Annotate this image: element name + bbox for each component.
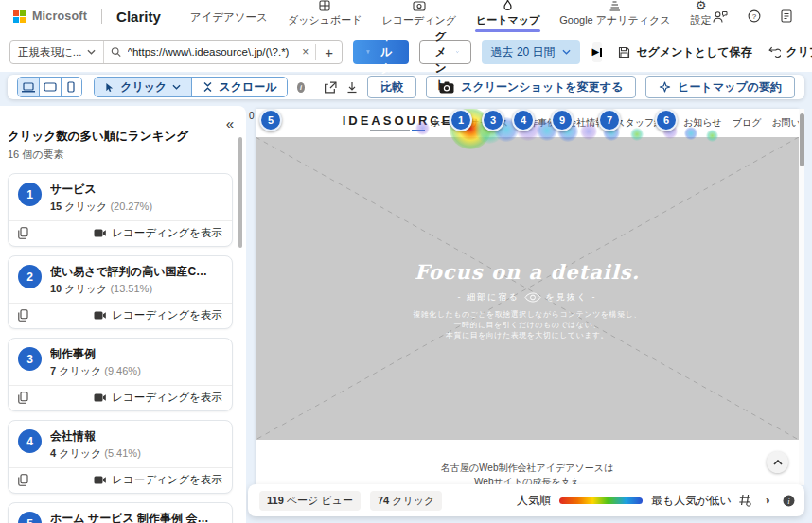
click-rank-badge[interactable]: 1 bbox=[450, 109, 472, 131]
save-icon bbox=[618, 46, 630, 59]
click-rank-badge[interactable]: 7 bbox=[598, 109, 621, 131]
analytics-icon bbox=[609, 0, 621, 11]
card-head: 1サービス15 クリック (20.27%) bbox=[18, 182, 222, 214]
tab-label: ダッシュボード bbox=[288, 13, 362, 27]
ranking-card-list: 1サービス15 クリック (20.27%)レコーディングを表示2使い易さで評判の… bbox=[0, 173, 233, 523]
opacity-toggle-icon[interactable]: ◑ bbox=[764, 495, 770, 506]
click-rank-badge[interactable]: 3 bbox=[482, 109, 504, 131]
click-count: 15 クリック (20.27%) bbox=[50, 200, 152, 214]
click-rank-badge[interactable]: 9 bbox=[551, 109, 574, 131]
copy-icon bbox=[18, 309, 28, 322]
tab-label: レコーディング bbox=[381, 13, 456, 27]
element-label: 制作事例 bbox=[50, 346, 141, 362]
site-footer-text: 名古屋のWeb制作会社アイデアソースは bbox=[256, 462, 799, 475]
card-text: ホーム サービス 制作事例 会社情...4 クリック (5.41%) bbox=[50, 511, 209, 523]
tab-google-analytics[interactable]: Google アナリティクス bbox=[558, 0, 671, 32]
add-filter-button[interactable]: + bbox=[316, 44, 342, 61]
gear-icon: ⚙ bbox=[696, 0, 707, 11]
legend-info-icon[interactable]: i bbox=[783, 495, 795, 507]
url-value: ^https://www\.ideasource\.jp/(\?.*)?$ bbox=[128, 46, 290, 58]
view-recordings-link[interactable]: レコーディングを表示 bbox=[94, 308, 222, 323]
desktop-icon bbox=[21, 82, 36, 93]
copy-selector-button[interactable] bbox=[18, 474, 28, 486]
view-recordings-link[interactable]: レコーディングを表示 bbox=[94, 226, 222, 240]
ranking-card[interactable]: 2使い易さで評判の高い国産CMS「...10 クリック (13.51%)レコーデ… bbox=[8, 255, 233, 329]
hero-title: Focus on a details. bbox=[256, 260, 799, 284]
download-icon[interactable] bbox=[346, 81, 358, 94]
click-rank-badge[interactable]: 4 bbox=[512, 109, 535, 131]
device-mobile-button[interactable] bbox=[61, 78, 82, 96]
site-nav-item[interactable]: お知らせ bbox=[683, 116, 722, 130]
copy-selector-button[interactable] bbox=[18, 392, 28, 404]
clear-filters-label: クリア bbox=[786, 44, 812, 61]
match-type-value: 正規表現に... bbox=[18, 45, 81, 60]
segment-button[interactable]: セグメント bbox=[419, 40, 470, 64]
tab-dashboard[interactable]: ダッシュボード bbox=[287, 0, 363, 32]
release-notes-icon[interactable] bbox=[781, 9, 792, 23]
svg-text:?: ? bbox=[751, 12, 756, 21]
card-text: 会社情報4 クリック (5.41%) bbox=[50, 428, 141, 461]
tab-heatmaps[interactable]: ヒートマップ bbox=[475, 0, 540, 32]
element-label: 使い易さで評判の高い国産CMS「... bbox=[50, 264, 209, 280]
clicks-badge: 74 クリック bbox=[370, 491, 442, 511]
mode-scroll-tab[interactable]: スクロール bbox=[191, 78, 287, 96]
share-icon[interactable] bbox=[324, 81, 337, 94]
url-search-input[interactable]: ^https://www\.ideasource\.jp/(\?.*)?$ bbox=[104, 46, 295, 58]
click-count: 10 クリック (13.51%) bbox=[50, 282, 209, 296]
copy-icon bbox=[18, 474, 28, 486]
help-icon[interactable]: ? bbox=[748, 9, 761, 23]
rank-badge: 1 bbox=[18, 183, 42, 206]
card-footer: レコーディングを表示 bbox=[18, 304, 222, 324]
mode-click-tab[interactable]: クリック bbox=[95, 78, 191, 96]
copy-selector-button[interactable] bbox=[18, 227, 28, 239]
click-rank-badge[interactable]: 6 bbox=[655, 109, 678, 131]
device-tablet-button[interactable] bbox=[39, 78, 61, 96]
heatmap-canvas: 0 IDEASOURCE ホームサービス制作事例会社情報スタッフ紹介お知らせブロ… bbox=[248, 106, 812, 523]
ranking-title: クリック数の多い順にランキング bbox=[8, 129, 233, 145]
sidebar-scrollbar[interactable] bbox=[238, 137, 242, 248]
tab-recordings[interactable]: レコーディング bbox=[380, 0, 457, 32]
copy-selector-button[interactable] bbox=[18, 309, 28, 322]
collapse-panel-icon[interactable]: « bbox=[226, 115, 234, 131]
match-type-select[interactable]: 正規表現に... bbox=[10, 41, 104, 63]
mode-click-label: クリック bbox=[120, 79, 167, 96]
ranking-card[interactable]: 3制作事例7 クリック (9.46%)レコーディングを表示 bbox=[8, 338, 233, 411]
scrollbar-thumb[interactable] bbox=[800, 113, 804, 166]
feedback-icon[interactable] bbox=[713, 10, 728, 23]
click-count-toggle-icon[interactable] bbox=[738, 494, 751, 507]
play-button[interactable]: ▶ bbox=[592, 42, 603, 62]
legend-high-label: 人気順 bbox=[517, 493, 551, 509]
filter-button[interactable]: フィルター bbox=[353, 40, 409, 64]
play-icon: ▶ bbox=[592, 47, 600, 57]
change-screenshot-button[interactable]: スクリーンショットを変更する bbox=[426, 76, 636, 98]
view-recordings-label: レコーディングを表示 bbox=[112, 308, 222, 323]
clear-filters-button[interactable]: クリア bbox=[768, 44, 812, 61]
save-segment-button[interactable]: セグメントとして保存 bbox=[618, 44, 751, 61]
project-selector[interactable]: アイデアソース bbox=[189, 0, 269, 32]
hero-subtitle: - 細部に宿る を見抜く - bbox=[256, 291, 799, 304]
rank-badge: 3 bbox=[18, 347, 42, 371]
site-nav-item[interactable]: ブログ bbox=[733, 116, 762, 130]
view-recordings-label: レコーディングを表示 bbox=[112, 226, 222, 240]
date-range-select[interactable]: 過去 20 日間 bbox=[482, 40, 580, 64]
brand-divider bbox=[101, 9, 102, 24]
tab-settings[interactable]: ⚙ 設定 bbox=[690, 0, 713, 32]
view-recordings-link[interactable]: レコーディングを表示 bbox=[94, 391, 222, 405]
view-recordings-link[interactable]: レコーディングを表示 bbox=[94, 473, 222, 487]
info-icon[interactable]: i bbox=[297, 82, 305, 93]
heatmap-summary-button[interactable]: ヒートマップの要約 bbox=[645, 76, 795, 98]
ranking-card[interactable]: 4会社情報4 クリック (5.41%)レコーディングを表示 bbox=[8, 420, 233, 494]
clear-url-button[interactable]: × bbox=[295, 44, 316, 60]
scroll-to-top-button[interactable] bbox=[767, 451, 788, 473]
dashboard-icon bbox=[319, 0, 330, 11]
site-nav-item[interactable]: お問い合わせ bbox=[772, 116, 799, 130]
heatmap-mode-group: クリック スクロール 領域 bbox=[94, 77, 288, 97]
tablet-icon bbox=[44, 82, 57, 92]
device-desktop-button[interactable] bbox=[18, 78, 39, 96]
card-head: 3制作事例7 クリック (9.46%) bbox=[18, 346, 222, 378]
click-rank-badge[interactable]: 5 bbox=[259, 109, 282, 131]
ranking-card[interactable]: 1サービス15 クリック (20.27%)レコーディングを表示 bbox=[8, 173, 233, 247]
hero-subtitle-left: - 細部に宿る bbox=[458, 291, 520, 304]
ranking-card[interactable]: 5ホーム サービス 制作事例 会社情...4 クリック (5.41%)レコーディ… bbox=[8, 502, 233, 523]
canvas-scrollbar[interactable] bbox=[799, 109, 804, 485]
